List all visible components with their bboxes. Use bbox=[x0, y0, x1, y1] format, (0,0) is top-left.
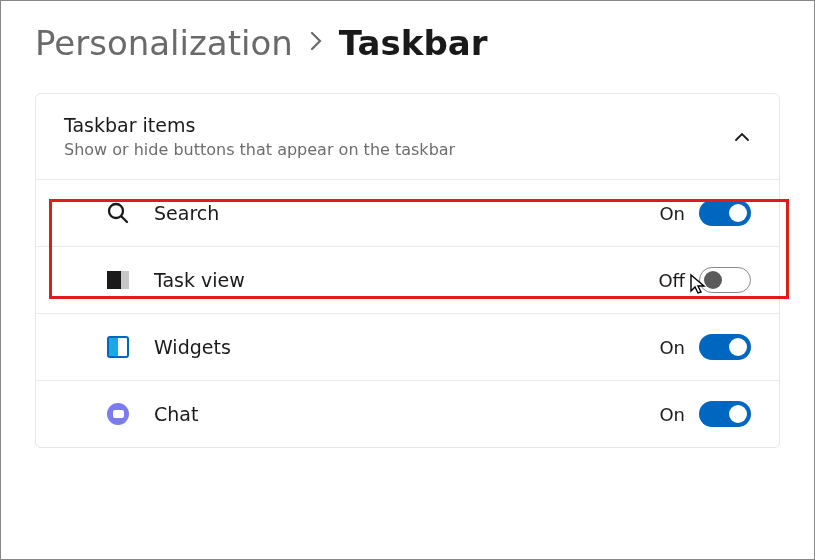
chevron-up-icon[interactable] bbox=[733, 128, 751, 146]
chevron-right-icon bbox=[309, 28, 323, 58]
taskbar-items-panel: Taskbar items Show or hide buttons that … bbox=[35, 93, 780, 448]
item-label: Task view bbox=[154, 269, 651, 291]
section-header[interactable]: Taskbar items Show or hide buttons that … bbox=[36, 94, 779, 180]
item-label: Search bbox=[154, 202, 651, 224]
taskbar-item-search: Search On bbox=[36, 180, 779, 247]
item-label: Chat bbox=[154, 403, 651, 425]
toggle-widgets[interactable] bbox=[699, 334, 751, 360]
toggle-search[interactable] bbox=[699, 200, 751, 226]
toggle-taskview[interactable] bbox=[699, 267, 751, 293]
search-icon bbox=[106, 201, 130, 225]
item-state: Off bbox=[651, 270, 685, 291]
breadcrumb-parent[interactable]: Personalization bbox=[35, 23, 293, 63]
item-state: On bbox=[651, 404, 685, 425]
breadcrumb: Personalization Taskbar bbox=[1, 1, 814, 81]
svg-line-1 bbox=[122, 217, 128, 223]
taskbar-item-chat: Chat On bbox=[36, 381, 779, 447]
widgets-icon bbox=[106, 335, 130, 359]
toggle-chat[interactable] bbox=[699, 401, 751, 427]
taskview-icon bbox=[106, 268, 130, 292]
item-label: Widgets bbox=[154, 336, 651, 358]
taskbar-item-taskview: Task view Off bbox=[36, 247, 779, 314]
taskbar-item-widgets: Widgets On bbox=[36, 314, 779, 381]
section-subtitle: Show or hide buttons that appear on the … bbox=[64, 140, 733, 159]
item-state: On bbox=[651, 203, 685, 224]
chat-icon bbox=[106, 402, 130, 426]
breadcrumb-current: Taskbar bbox=[339, 23, 488, 63]
section-title: Taskbar items bbox=[64, 114, 733, 136]
item-state: On bbox=[651, 337, 685, 358]
